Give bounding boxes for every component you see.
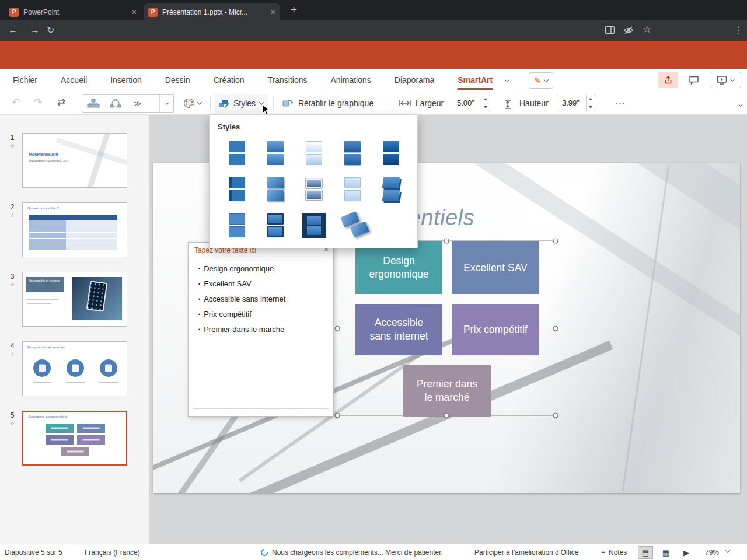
- redo-icon[interactable]: ↷: [34, 97, 42, 108]
- ribbon-tab-insertion[interactable]: Insertion: [110, 69, 142, 92]
- slide-thumbnail-5[interactable]: Avantages concurrentiels: [22, 411, 127, 466]
- ribbon-overflow-chevron-icon[interactable]: [505, 77, 509, 82]
- style-option[interactable]: [295, 136, 333, 170]
- back-icon[interactable]: ←: [8, 25, 18, 36]
- slide-number: 3: [7, 272, 18, 281]
- forward-icon[interactable]: →: [30, 25, 40, 36]
- zoom-level[interactable]: 79%: [705, 548, 719, 556]
- repeat-icon[interactable]: ⇄: [57, 97, 65, 108]
- style-option[interactable]: [256, 136, 295, 170]
- slide-thumbnail-1[interactable]: MonPlanneur.fr Présentation d'entreprise…: [22, 133, 127, 188]
- language-indicator[interactable]: Français (France): [85, 548, 140, 556]
- text-pane-item[interactable]: • Prix compétitif: [198, 307, 323, 322]
- ribbon-tab-transitions[interactable]: Transitions: [268, 69, 308, 92]
- style-option[interactable]: [256, 208, 295, 242]
- ribbon-tab-accueil[interactable]: Accueil: [61, 69, 87, 92]
- resize-handle[interactable]: [335, 326, 340, 331]
- resize-handle[interactable]: [553, 413, 558, 418]
- slide-number: 1: [7, 134, 18, 142]
- side-panel-icon[interactable]: [605, 26, 615, 35]
- ribbon-tab-fichier[interactable]: Fichier: [13, 69, 37, 92]
- height-input[interactable]: [558, 95, 586, 111]
- collapse-ribbon-chevron[interactable]: [738, 102, 743, 106]
- ribbon-tab-creation[interactable]: Création: [214, 69, 245, 92]
- share-button[interactable]: [658, 72, 678, 88]
- layout-process-icon[interactable]: ≫: [127, 94, 149, 112]
- text-pane-list[interactable]: • Design ergonomique • Excellent SAV • A…: [193, 257, 329, 409]
- styles-button[interactable]: Styles: [214, 94, 268, 113]
- smartart-shape-accessible[interactable]: Accessible sans internet: [355, 304, 442, 355]
- increment-icon[interactable]: [481, 95, 490, 103]
- browser-tab-presentation[interactable]: P Présentation 1.pptx - Micr... ×: [144, 4, 280, 20]
- style-option[interactable]: [218, 172, 256, 206]
- style-option[interactable]: [295, 208, 333, 242]
- text-pane-item[interactable]: • Premier dans le marché: [198, 322, 323, 337]
- tab-close-icon[interactable]: ×: [132, 8, 137, 17]
- bookmark-star-icon[interactable]: ☆: [643, 24, 651, 35]
- eye-blocked-icon[interactable]: [623, 26, 634, 35]
- slide-thumbnail-4[interactable]: Nos produits et services: [22, 341, 127, 396]
- browser-tab-powerpoint[interactable]: P PowerPoint ×: [5, 4, 141, 20]
- gallery-dropdown-chevron[interactable]: [159, 94, 173, 112]
- slide-indicator[interactable]: Diapositive 5 sur 5: [5, 548, 62, 556]
- style-option[interactable]: [218, 208, 256, 242]
- zoom-chevron-icon[interactable]: [725, 548, 730, 552]
- style-option[interactable]: [333, 136, 372, 170]
- slideshow-view-button[interactable]: ▶: [679, 547, 693, 558]
- reset-graphic-button[interactable]: Rétablir le graphique: [278, 94, 378, 113]
- smartart-shape-design-ergonomique[interactable]: Design ergonomique: [355, 242, 442, 294]
- style-option[interactable]: [218, 136, 256, 170]
- slide-thumbnail-3[interactable]: Nos produits et services: [22, 272, 127, 327]
- smartart-text-pane[interactable]: Tapez votre texte ici × • Design ergonom…: [188, 242, 334, 416]
- normal-view-button[interactable]: ▤: [638, 547, 652, 558]
- browser-menu-icon[interactable]: ⋮: [734, 25, 743, 36]
- style-option[interactable]: [295, 172, 333, 206]
- layout-cycle-icon[interactable]: [104, 94, 127, 112]
- comments-button[interactable]: [685, 72, 703, 88]
- text-pane-item[interactable]: • Excellent SAV: [198, 276, 323, 292]
- smartart-selection-frame[interactable]: Design ergonomique Excellent SAV Accessi…: [337, 240, 556, 416]
- slide-thumbnail-2[interactable]: Qui est notre cible ?: [22, 202, 127, 257]
- reload-icon[interactable]: ↻: [47, 25, 54, 36]
- new-tab-button[interactable]: +: [291, 4, 297, 16]
- notes-toggle[interactable]: ≡ Notes: [601, 548, 627, 556]
- animation-star-icon: ☆: [7, 421, 18, 426]
- text-pane-item[interactable]: • Design ergonomique: [198, 261, 323, 276]
- height-stepper[interactable]: [558, 94, 595, 111]
- style-option[interactable]: [372, 136, 410, 170]
- ribbon-tab-diaporama[interactable]: Diaporama: [395, 69, 434, 92]
- smartart-shape-premier[interactable]: Premier dans le marché: [403, 365, 491, 416]
- styles-grid: [210, 136, 417, 242]
- resize-handle[interactable]: [553, 326, 558, 331]
- style-option[interactable]: [333, 208, 372, 242]
- decrement-icon[interactable]: [587, 103, 595, 111]
- style-option[interactable]: [333, 172, 372, 206]
- quick-pen-button[interactable]: ✎: [529, 72, 553, 89]
- present-button[interactable]: [710, 72, 741, 88]
- increment-icon[interactable]: [587, 95, 595, 103]
- width-stepper[interactable]: [453, 94, 490, 111]
- width-input[interactable]: [453, 95, 481, 111]
- tab-close-icon[interactable]: ×: [271, 8, 275, 17]
- smartart-layout-gallery[interactable]: ≫: [82, 94, 174, 113]
- resize-handle[interactable]: [335, 413, 340, 418]
- feedback-link[interactable]: Participer à l’amélioration d’Office: [474, 548, 579, 556]
- layout-hierarchy-icon[interactable]: [82, 94, 104, 112]
- resize-handle[interactable]: [444, 239, 449, 244]
- change-colors-button[interactable]: [181, 94, 204, 113]
- thumb-photo: [72, 277, 122, 320]
- style-option[interactable]: [372, 172, 410, 206]
- smartart-shape-prix[interactable]: Prix compétitif: [452, 304, 539, 355]
- resize-handle[interactable]: [444, 413, 449, 418]
- decrement-icon[interactable]: [481, 103, 490, 111]
- toolbar-more-button[interactable]: …: [615, 95, 626, 107]
- text-pane-item[interactable]: • Accessible sans internet: [198, 292, 323, 307]
- undo-icon[interactable]: ↶: [12, 97, 20, 108]
- ribbon-tab-animations[interactable]: Animations: [331, 69, 371, 92]
- ribbon-tab-dessin[interactable]: Dessin: [165, 69, 190, 92]
- smartart-shape-excellent-sav[interactable]: Excellent SAV: [452, 242, 539, 294]
- ribbon-tab-smartart[interactable]: SmartArt: [458, 69, 493, 92]
- resize-handle[interactable]: [553, 239, 558, 244]
- style-option[interactable]: [256, 172, 295, 206]
- slide-sorter-view-button[interactable]: ▦: [659, 547, 673, 558]
